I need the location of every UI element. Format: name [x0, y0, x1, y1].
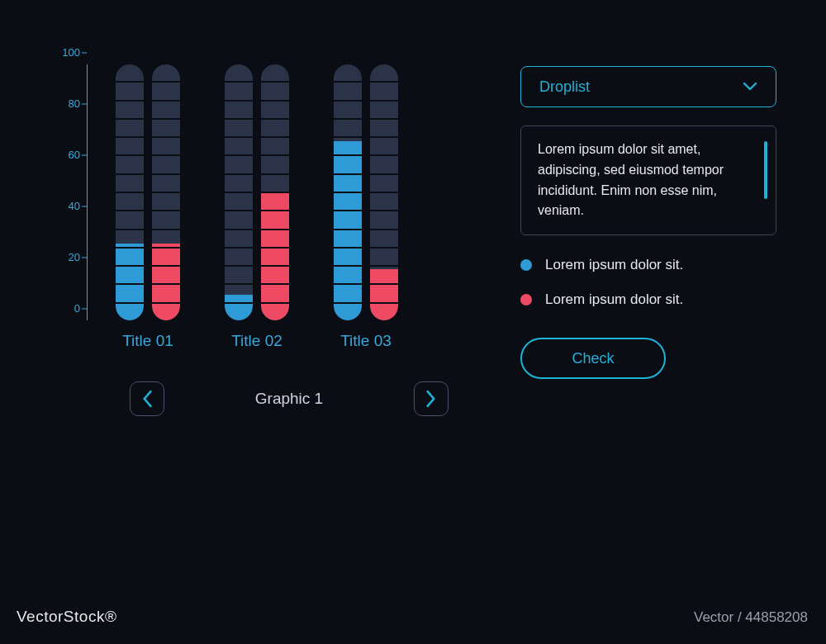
bar	[370, 64, 398, 320]
description-text: Lorem ipsum dolor sit amet, adipiscing, …	[538, 142, 724, 217]
legend-item: Lorem ipsum dolor sit.	[520, 291, 776, 308]
bar	[152, 64, 180, 320]
category-label: Title 01	[116, 332, 180, 350]
y-tick: 100	[57, 46, 80, 59]
y-axis: 020406080100	[58, 64, 88, 320]
droplist-label: Droplist	[539, 78, 590, 96]
graphic-title: Graphic 1	[255, 390, 323, 408]
y-tick: 20	[57, 251, 80, 263]
scrollbar-thumb[interactable]	[764, 141, 767, 199]
category-labels: Title 01Title 02Title 03	[58, 332, 487, 350]
description-textbox[interactable]: Lorem ipsum dolor sit amet, adipiscing, …	[520, 125, 776, 235]
legend-item: Lorem ipsum dolor sit.	[520, 257, 776, 273]
next-button[interactable]	[414, 381, 449, 416]
legend-text: Lorem ipsum dolor sit.	[545, 291, 683, 308]
droplist-select[interactable]: Droplist	[520, 66, 776, 107]
bar-group	[225, 64, 289, 320]
legend-dot	[520, 259, 532, 271]
check-label: Check	[572, 350, 614, 367]
legend-text: Lorem ipsum dolor sit.	[545, 257, 683, 273]
check-button[interactable]: Check	[520, 338, 666, 379]
legend: Lorem ipsum dolor sit.Lorem ipsum dolor …	[520, 257, 776, 308]
y-tick: 40	[57, 200, 80, 212]
legend-dot	[520, 294, 532, 305]
bars-row	[97, 64, 398, 320]
watermark-right: Vector / 44858208	[694, 609, 808, 626]
watermark-left: VectorStock®	[17, 608, 116, 626]
bar	[225, 64, 253, 320]
y-tick: 60	[57, 149, 80, 161]
chart-area: 020406080100 Title 01Title 02Title 03 Gr…	[58, 64, 487, 416]
y-tick: 80	[57, 97, 80, 110]
bar	[334, 64, 362, 320]
chevron-right-icon	[425, 390, 437, 408]
bar	[261, 64, 289, 320]
bar	[116, 64, 144, 320]
prev-button[interactable]	[130, 381, 164, 416]
bar-group	[334, 64, 398, 320]
category-label: Title 02	[225, 332, 289, 350]
category-label: Title 03	[334, 332, 398, 350]
chart-nav: Graphic 1	[58, 381, 487, 416]
chevron-left-icon	[141, 390, 153, 408]
y-tick: 0	[57, 302, 80, 315]
bar-group	[116, 64, 180, 320]
side-panel: Droplist Lorem ipsum dolor sit amet, adi…	[520, 64, 776, 416]
chevron-down-icon	[743, 82, 757, 92]
